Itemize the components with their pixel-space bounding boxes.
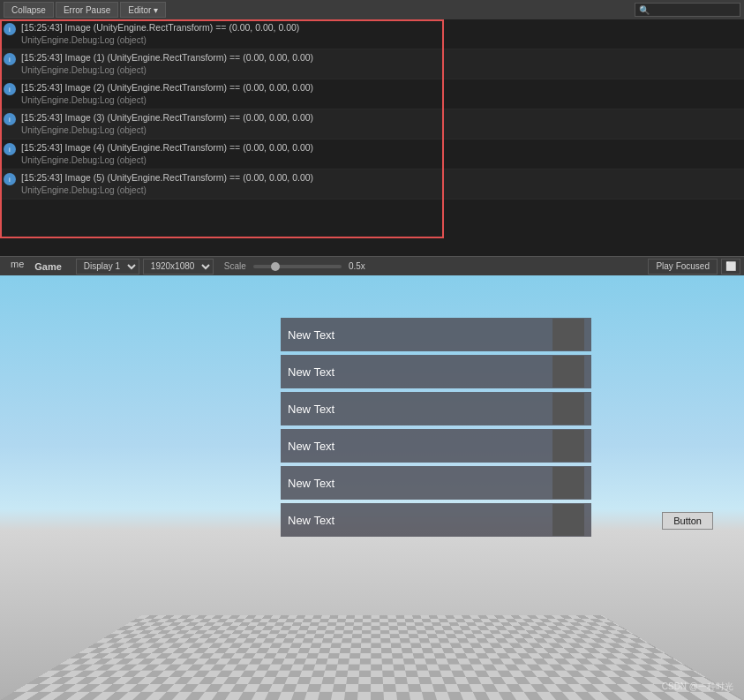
- tab-game-me: me: [4, 257, 31, 276]
- list-item[interactable]: New Text: [281, 318, 591, 351]
- entry-line1: [15:25:43] Image (UnityEngine.RectTransf…: [21, 21, 740, 34]
- entry-icon: i: [4, 173, 16, 185]
- list-item[interactable]: New Text: [281, 355, 591, 388]
- list-item-text: New Text: [288, 440, 334, 453]
- list-item[interactable]: New Text: [281, 392, 591, 425]
- collapse-button[interactable]: Collapse: [4, 2, 54, 18]
- editor-button[interactable]: Editor ▾: [120, 2, 166, 18]
- error-pause-button[interactable]: Error Pause: [56, 2, 118, 18]
- list-item-text: New Text: [288, 328, 334, 342]
- list-item-image: [552, 467, 584, 499]
- entry-line1: [15:25:43] Image (1) (UnityEngine.RectTr…: [21, 51, 740, 64]
- console-entry[interactable]: i [15:25:43] Image (UnityEngine.RectTran…: [0, 19, 744, 49]
- entry-text: [15:25:43] Image (UnityEngine.RectTransf…: [21, 21, 740, 47]
- entry-text: [15:25:43] Image (1) (UnityEngine.RectTr…: [21, 51, 740, 77]
- list-item[interactable]: New Text: [281, 503, 591, 537]
- console-entry[interactable]: i [15:25:43] Image (3) (UnityEngine.Rect…: [0, 109, 744, 139]
- entry-line1: [15:25:43] Image (4) (UnityEngine.RectTr…: [21, 141, 740, 154]
- entry-icon: i: [4, 53, 16, 65]
- display-dropdown[interactable]: Display 1: [76, 259, 139, 275]
- list-item-image: [552, 356, 584, 388]
- entry-line2: UnityEngine.Debug:Log (object): [21, 34, 740, 47]
- search-input[interactable]: [635, 3, 740, 17]
- watermark: CSDN @一种时光: [662, 681, 733, 693]
- console-panel: i [15:25:43] Image (UnityEngine.RectTran…: [0, 19, 744, 256]
- list-item-text: New Text: [288, 477, 334, 490]
- console-entry[interactable]: i [15:25:43] Image (5) (UnityEngine.Rect…: [0, 169, 744, 199]
- list-item-text: New Text: [288, 514, 334, 527]
- entry-line2: UnityEngine.Debug:Log (object): [21, 124, 740, 137]
- list-item-text: New Text: [288, 403, 334, 416]
- list-item-image: [552, 393, 584, 425]
- ui-list-panel: New Text New Text New Text New Text New …: [281, 318, 591, 537]
- entry-line2: UnityEngine.Debug:Log (object): [21, 64, 740, 77]
- maximize-button[interactable]: ⬜: [721, 259, 740, 275]
- entry-line1: [15:25:43] Image (5) (UnityEngine.RectTr…: [21, 171, 740, 184]
- scale-slider[interactable]: [253, 265, 342, 268]
- entry-line2: UnityEngine.Debug:Log (object): [21, 154, 740, 167]
- entry-icon: i: [4, 113, 16, 125]
- entry-text: [15:25:43] Image (4) (UnityEngine.RectTr…: [21, 141, 740, 167]
- list-item-image: [552, 319, 584, 350]
- console-entry[interactable]: i [15:25:43] Image (1) (UnityEngine.Rect…: [0, 49, 744, 79]
- game-button[interactable]: Button: [662, 512, 713, 530]
- scale-thumb: [271, 262, 280, 271]
- play-focused-button[interactable]: Play Focused: [648, 259, 718, 275]
- entry-line1: [15:25:43] Image (2) (UnityEngine.RectTr…: [21, 81, 740, 94]
- list-item[interactable]: New Text: [281, 466, 591, 500]
- scale-label: Scale: [224, 261, 246, 271]
- entry-line2: UnityEngine.Debug:Log (object): [21, 94, 740, 107]
- list-item-text: New Text: [288, 365, 334, 379]
- list-item-image: [552, 504, 584, 536]
- entry-icon: i: [4, 143, 16, 155]
- entry-text: [15:25:43] Image (3) (UnityEngine.RectTr…: [21, 111, 740, 137]
- entry-line1: [15:25:43] Image (3) (UnityEngine.RectTr…: [21, 111, 740, 124]
- entry-text: [15:25:43] Image (5) (UnityEngine.RectTr…: [21, 171, 740, 197]
- console-entry[interactable]: i [15:25:43] Image (4) (UnityEngine.Rect…: [0, 139, 744, 169]
- console-entries: i [15:25:43] Image (UnityEngine.RectTran…: [0, 19, 744, 256]
- list-item-image: [552, 430, 584, 462]
- entry-icon: i: [4, 23, 16, 35]
- game-view: New Text New Text New Text New Text New …: [0, 275, 744, 700]
- entry-line2: UnityEngine.Debug:Log (object): [21, 184, 740, 197]
- scale-value: 0.5x: [349, 261, 365, 271]
- resolution-dropdown[interactable]: 1920x1080: [143, 259, 214, 275]
- game-toolbar: me Game Display 1 1920x1080 Scale 0.5x P…: [0, 256, 744, 275]
- console-entry[interactable]: i [15:25:43] Image (2) (UnityEngine.Rect…: [0, 79, 744, 109]
- console-toolbar: Collapse Error Pause Editor ▾: [0, 0, 744, 19]
- entry-icon: i: [4, 83, 16, 95]
- list-item[interactable]: New Text: [281, 429, 591, 463]
- entry-text: [15:25:43] Image (2) (UnityEngine.RectTr…: [21, 81, 740, 107]
- game-tab-label[interactable]: Game: [34, 261, 62, 272]
